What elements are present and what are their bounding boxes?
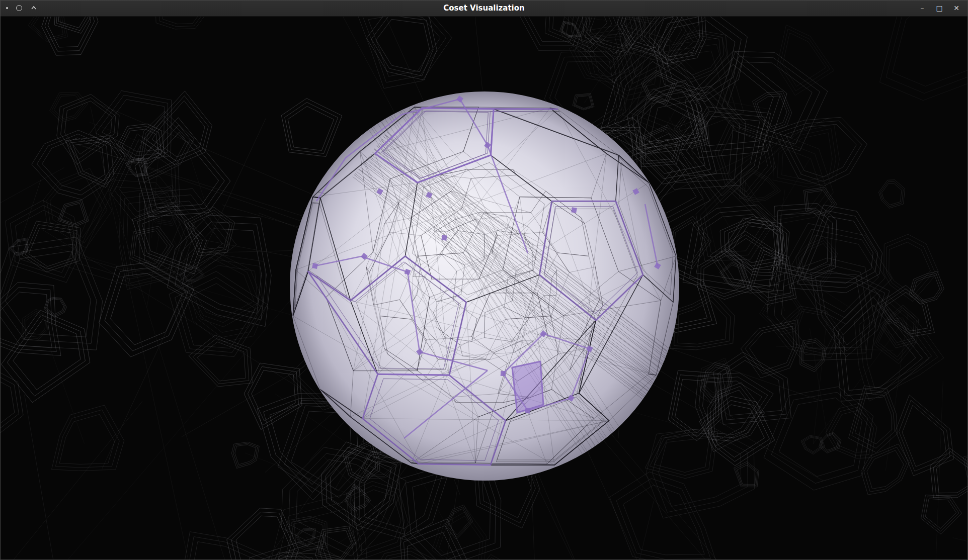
visualization-canvas[interactable] [0, 17, 968, 560]
app-window: Coset Visualization – □ ✕ [0, 0, 968, 560]
minimize-button[interactable]: – [914, 0, 931, 16]
maximize-button[interactable]: □ [931, 0, 948, 16]
caret-up-icon[interactable] [30, 5, 37, 12]
titlebar-left-icons [0, 0, 37, 16]
titlebar[interactable]: Coset Visualization – □ ✕ [0, 0, 968, 17]
window-title: Coset Visualization [0, 0, 968, 16]
circle-icon[interactable] [16, 5, 22, 11]
window-controls: – □ ✕ [914, 0, 968, 16]
status-dot-icon [6, 7, 8, 9]
close-button[interactable]: ✕ [948, 0, 965, 16]
